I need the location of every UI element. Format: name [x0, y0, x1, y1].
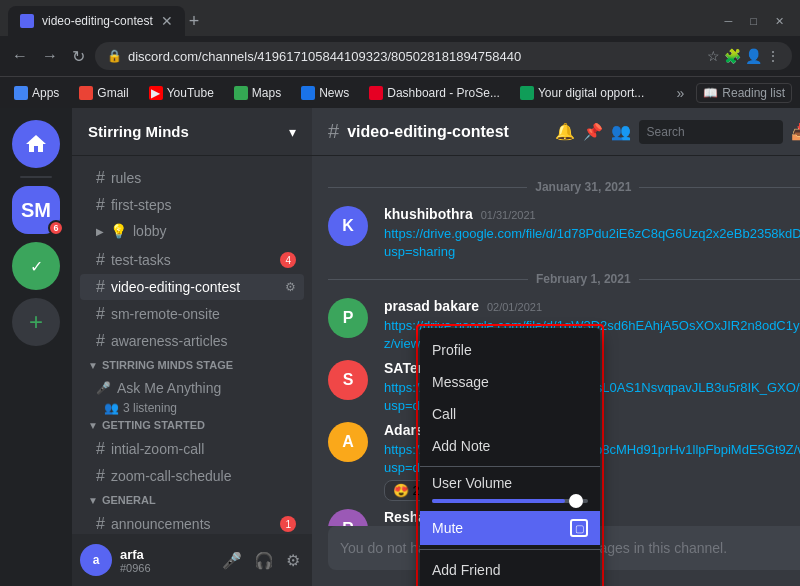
channel-announcements[interactable]: # announcements 1 — [80, 511, 304, 534]
date-label: February 1, 2021 — [536, 272, 631, 286]
context-message[interactable]: Message — [420, 366, 600, 398]
avatar-prasad: P — [328, 298, 368, 338]
channel-sm-remote-onsite[interactable]: # sm-remote-onsite — [80, 301, 304, 327]
other-server-1[interactable]: ✓ — [12, 242, 60, 290]
listening-count: 👥 3 listening — [72, 401, 312, 415]
extension-button[interactable]: 🧩 — [724, 48, 741, 64]
gmail-label: Gmail — [97, 86, 128, 100]
nav-bar: ← → ↻ 🔒 discord.com/channels/41961710584… — [0, 36, 800, 76]
category-arrow-icon: ▼ — [88, 360, 98, 371]
reading-list-button[interactable]: 📖 Reading list — [696, 83, 792, 103]
avatar-button[interactable]: 👤 — [745, 48, 762, 64]
tab-bar: video-editing-contest ✕ + ─ □ ✕ — [0, 0, 800, 36]
maximize-button[interactable]: □ — [742, 13, 765, 30]
server-list: SM 6 ✓ + — [0, 108, 72, 586]
mute-label: Mute — [432, 520, 463, 536]
category-getting-started[interactable]: ▼ GETTING STARTED — [72, 415, 312, 435]
search-box[interactable]: 🔍 — [639, 120, 783, 144]
youtube-label: YouTube — [167, 86, 214, 100]
context-call[interactable]: Call — [420, 398, 600, 430]
more-bookmarks-button[interactable]: » — [677, 85, 685, 101]
message-link[interactable]: https://drive.google.com/file/d/1d78Pdu2… — [384, 226, 800, 259]
bookmark-news[interactable]: News — [295, 84, 355, 102]
category-label: GENERAL — [102, 494, 156, 506]
bookmark-apps[interactable]: Apps — [8, 84, 65, 102]
notification-bell-icon[interactable]: 🔔 — [555, 122, 575, 141]
minimize-button[interactable]: ─ — [717, 13, 741, 30]
volume-slider[interactable] — [432, 499, 588, 503]
chat-header: # video-editing-contest 🔔 📌 👥 🔍 📥 ❓ — [312, 108, 800, 156]
channel-name: announcements — [111, 516, 275, 532]
youtube-favicon: ▶ — [149, 86, 163, 100]
category-stirring-minds-stage[interactable]: ▼ STIRRING MINDS STAGE — [72, 355, 312, 375]
channel-ask-me-anything[interactable]: 🎤 Ask Me Anything — [80, 376, 304, 400]
forward-button[interactable]: → — [38, 43, 62, 69]
add-note-label: Add Note — [432, 438, 490, 454]
search-input[interactable] — [647, 125, 797, 139]
active-tab[interactable]: video-editing-contest ✕ — [8, 6, 185, 36]
channel-rules[interactable]: # rules — [80, 165, 304, 191]
checkbox-check: ▢ — [575, 523, 584, 534]
bookmark-pinterest[interactable]: Dashboard - ProSe... — [363, 84, 506, 102]
timestamp: 01/31/2021 — [481, 209, 536, 221]
discord-app: SM 6 ✓ + Stirring Minds ▾ # rules # firs… — [0, 108, 800, 586]
back-button[interactable]: ← — [8, 43, 32, 69]
bookmark-star-button[interactable]: ☆ — [707, 48, 720, 64]
bookmarks-bar: Apps Gmail ▶ YouTube Maps News Dashboard… — [0, 76, 800, 108]
channel-video-editing-contest[interactable]: # video-editing-contest ⚙ — [80, 274, 304, 300]
channel-zoom-call-schedule[interactable]: # zoom-call-schedule — [80, 463, 304, 489]
channel-test-tasks[interactable]: # test-tasks 4 — [80, 247, 304, 273]
tab-favicon — [20, 14, 34, 28]
channel-first-steps[interactable]: # first-steps — [80, 192, 304, 218]
channel-intial-zoom-call[interactable]: # intial-zoom-call — [80, 436, 304, 462]
context-add-note[interactable]: Add Note — [420, 430, 600, 462]
members-icon[interactable]: 👥 — [611, 122, 631, 141]
pin-icon[interactable]: 📌 — [583, 122, 603, 141]
channel-name: first-steps — [111, 197, 296, 213]
channel-name: awareness-articles — [111, 333, 296, 349]
mute-mic-button[interactable]: 🎤 — [218, 547, 246, 574]
stirring-minds-server[interactable]: SM 6 — [12, 186, 60, 234]
new-tab-button[interactable]: + — [189, 11, 200, 32]
close-button[interactable]: ✕ — [767, 13, 792, 30]
call-label: Call — [432, 406, 456, 422]
bookmark-gmail[interactable]: Gmail — [73, 84, 134, 102]
user-settings-button[interactable]: ⚙ — [282, 547, 304, 574]
channel-name: rules — [111, 170, 296, 186]
add-server-button[interactable]: + — [12, 298, 60, 346]
apps-favicon — [14, 86, 28, 100]
settings-icon: ⚙ — [285, 280, 296, 294]
discord-home-button[interactable] — [12, 120, 60, 168]
channel-awareness-articles[interactable]: # awareness-articles — [80, 328, 304, 354]
channel-lobby[interactable]: ▶ 💡 lobby — [80, 219, 304, 243]
channel-name: test-tasks — [111, 252, 275, 268]
address-bar[interactable]: 🔒 discord.com/channels/41961710584410932… — [95, 42, 792, 70]
deafen-button[interactable]: 🎧 — [250, 547, 278, 574]
window-controls: ─ □ ✕ — [717, 13, 792, 30]
volume-label: User Volume — [432, 475, 588, 491]
context-add-friend[interactable]: Add Friend — [420, 554, 600, 586]
channel-name: sm-remote-onsite — [111, 306, 296, 322]
menu-button[interactable]: ⋮ — [766, 48, 780, 64]
server-header[interactable]: Stirring Minds ▾ — [72, 108, 312, 156]
pinterest-favicon — [369, 86, 383, 100]
inbox-icon[interactable]: 📥 — [791, 122, 800, 141]
context-mute[interactable]: Mute ▢ — [420, 511, 600, 545]
bookmark-maps[interactable]: Maps — [228, 84, 287, 102]
hash-icon: # — [96, 440, 105, 458]
bookmark-sheets[interactable]: Your digital opport... — [514, 84, 650, 102]
browser-chrome: video-editing-contest ✕ + ─ □ ✕ ← → ↻ 🔒 … — [0, 0, 800, 108]
tab-close-button[interactable]: ✕ — [161, 13, 173, 29]
context-profile[interactable]: Profile — [420, 334, 600, 366]
bookmark-youtube[interactable]: ▶ YouTube — [143, 84, 220, 102]
menu-divider — [420, 549, 600, 550]
add-friend-label: Add Friend — [432, 562, 500, 578]
user-avatar: a — [80, 544, 112, 576]
context-menu: Profile Message Call Add Note User Volum… — [420, 328, 600, 586]
refresh-button[interactable]: ↻ — [68, 43, 89, 70]
avatar-khushibothra: K — [328, 206, 368, 246]
category-general[interactable]: ▼ GENERAL — [72, 490, 312, 510]
maps-favicon — [234, 86, 248, 100]
mute-checkbox[interactable]: ▢ — [570, 519, 588, 537]
lock-icon: 🔒 — [107, 49, 122, 63]
